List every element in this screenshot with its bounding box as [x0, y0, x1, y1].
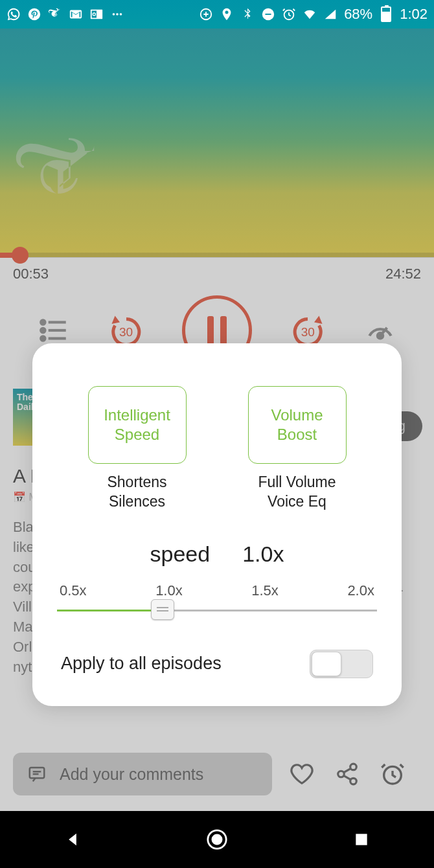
location-icon	[220, 7, 234, 21]
more-icon	[110, 7, 124, 21]
status-bar: 68% 1:02	[0, 0, 434, 29]
wifi-icon	[303, 7, 317, 21]
speed-slider-ticks: 0.5x 1.0x 1.5x 2.0x	[57, 582, 377, 599]
signal-icon	[323, 7, 337, 21]
speed-modal: IntelligentSpeed ShortensSilences Volume…	[32, 343, 402, 706]
nav-back-button[interactable]	[60, 827, 86, 852]
svg-point-5	[113, 13, 115, 16]
svg-rect-31	[356, 834, 367, 845]
battery-percent: 68%	[344, 6, 372, 23]
apply-all-label: Apply to all episodes	[61, 654, 222, 674]
whatsapp-icon	[6, 7, 21, 21]
nyt-small-icon	[48, 7, 62, 21]
speed-label: speed	[150, 542, 211, 567]
dnd-icon	[261, 7, 275, 21]
svg-rect-10	[266, 14, 271, 15]
nav-home-button[interactable]	[204, 827, 230, 852]
svg-point-4	[93, 14, 95, 16]
svg-point-6	[116, 13, 119, 16]
gmail-icon	[69, 7, 83, 21]
volume-boost-toggle[interactable]: VolumeBoost	[248, 386, 347, 464]
speed-slider-thumb[interactable]	[151, 599, 174, 620]
volume-boost-sub: Full VolumeVoice Eq	[258, 473, 336, 512]
system-nav-bar	[0, 811, 434, 868]
speed-slider[interactable]	[57, 608, 377, 612]
clock-time: 1:02	[400, 6, 428, 23]
add-icon	[199, 7, 213, 21]
pinterest-icon	[27, 7, 41, 21]
alarm-icon	[282, 7, 296, 21]
svg-point-7	[120, 13, 122, 16]
svg-point-30	[212, 835, 222, 844]
intelligent-speed-sub: ShortensSilences	[107, 473, 166, 512]
outlook-icon	[89, 7, 104, 21]
bluetooth-icon	[240, 7, 255, 21]
battery-icon	[379, 7, 393, 21]
intelligent-speed-toggle[interactable]: IntelligentSpeed	[88, 386, 187, 464]
apply-all-switch[interactable]	[310, 650, 373, 678]
speed-value: 1.0x	[242, 542, 284, 567]
nav-recent-button[interactable]	[348, 827, 374, 852]
